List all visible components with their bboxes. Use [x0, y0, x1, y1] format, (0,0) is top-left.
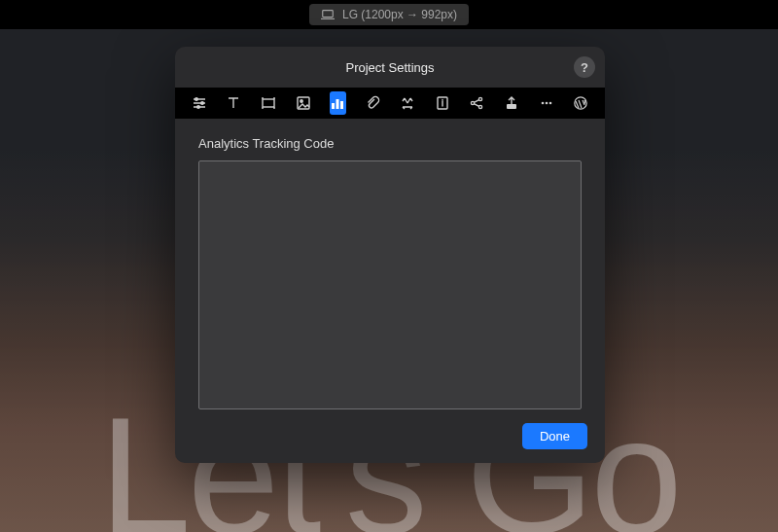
breakpoint-badge[interactable]: LG (1200px → 992px)	[309, 4, 469, 25]
svg-rect-7	[332, 103, 335, 109]
info-icon[interactable]	[434, 91, 451, 115]
svg-point-13	[479, 105, 482, 108]
top-bar: LG (1200px → 992px)	[0, 0, 778, 29]
svg-rect-4	[263, 99, 274, 107]
modal-header: Project Settings ?	[175, 47, 605, 88]
recycle-icon[interactable]	[399, 91, 416, 115]
text-icon[interactable]	[226, 91, 243, 115]
svg-point-1	[194, 98, 197, 101]
help-button[interactable]: ?	[574, 56, 595, 78]
attachment-icon[interactable]	[364, 91, 381, 115]
svg-point-17	[548, 102, 551, 105]
more-icon[interactable]	[538, 91, 555, 115]
svg-point-2	[200, 102, 203, 105]
layout-icon[interactable]	[260, 91, 277, 115]
svg-rect-8	[336, 99, 339, 109]
project-settings-modal: Project Settings ?	[175, 47, 605, 463]
settings-toolbar	[175, 88, 605, 119]
modal-title: Project Settings	[345, 60, 434, 75]
breakpoint-label: LG (1200px → 992px)	[342, 8, 457, 21]
image-icon[interactable]	[295, 91, 312, 115]
wordpress-icon[interactable]	[572, 91, 589, 115]
laptop-icon	[321, 9, 335, 20]
svg-point-12	[479, 97, 482, 100]
svg-point-11	[472, 101, 475, 104]
analytics-icon[interactable]	[330, 91, 347, 115]
svg-rect-0	[323, 11, 334, 18]
done-button[interactable]: Done	[522, 423, 587, 449]
svg-point-3	[196, 106, 199, 109]
analytics-section: Analytics Tracking Code	[175, 119, 605, 409]
svg-point-6	[301, 100, 302, 102]
section-label: Analytics Tracking Code	[198, 136, 582, 151]
svg-point-15	[541, 102, 544, 105]
svg-rect-14	[507, 104, 516, 109]
sliders-icon[interactable]	[191, 91, 208, 115]
svg-rect-9	[340, 101, 343, 109]
analytics-code-input[interactable]	[198, 160, 582, 409]
svg-point-16	[545, 102, 548, 105]
share-icon[interactable]	[468, 91, 485, 115]
export-icon[interactable]	[503, 91, 520, 115]
modal-footer: Done	[175, 409, 605, 463]
